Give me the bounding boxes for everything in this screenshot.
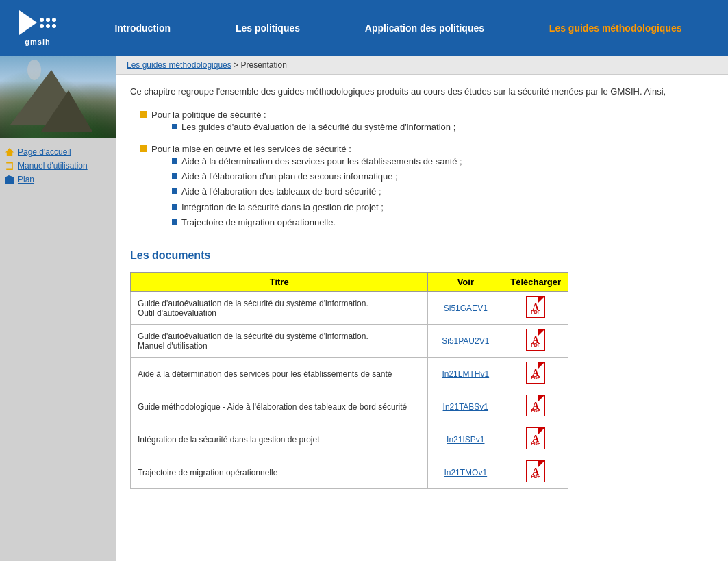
sub-text-2-1: Aide à la détermination des services pou… <box>181 155 462 168</box>
table-cell-voir[interactable]: Si51PAU2V1 <box>428 325 503 358</box>
table-row: Intégration de la sécurité dans la gesti… <box>131 423 568 456</box>
nav-politiques[interactable]: Les politiques <box>229 18 307 38</box>
table-cell-titre: Trajectoire de migration opérationnelle <box>131 456 428 489</box>
sub-text-2-4: Intégration de la sécurité dans la gesti… <box>181 201 384 214</box>
table-cell-voir[interactable]: In21TMOv1 <box>428 456 503 489</box>
table-row: Trajectoire de migration opérationnelleI… <box>131 456 568 489</box>
sub-text-2-5: Trajectoire de migration opérationnelle. <box>181 216 336 229</box>
table-cell-download[interactable]: PDF A <box>503 358 568 390</box>
sidebar-item-manuel[interactable]: Manuel d'utilisation <box>5 159 111 173</box>
table-cell-titre: Guide d'autoévaluation de la sécurité du… <box>131 325 428 358</box>
table-cell-titre: Aide à la détermination des services pou… <box>131 358 428 390</box>
voir-link[interactable]: In21ISPv1 <box>447 435 484 445</box>
pdf-download-icon[interactable]: PDF A <box>526 329 545 351</box>
sidebar-home-label: Page d'accueil <box>18 147 71 157</box>
sub-bullet-2-1: Aide à la détermination des services pou… <box>172 155 462 168</box>
bullet-item-2: Pour la mise en œuvre et les services de… <box>140 143 714 236</box>
header: gmsih Introduction Les politiques Applic… <box>0 0 728 56</box>
breadcrumb: Les guides méthodologiques > Présentatio… <box>116 56 728 75</box>
sidebar-plan-label: Plan <box>18 175 34 184</box>
voir-link[interactable]: In21TABSv1 <box>443 402 488 412</box>
sidebar-item-plan[interactable]: Plan <box>5 173 111 186</box>
sidebar-item-home[interactable]: Page d'accueil <box>5 145 111 159</box>
table-cell-titre: Intégration de la sécurité dans la gesti… <box>131 423 428 456</box>
voir-link[interactable]: In21LMTHv1 <box>442 369 489 379</box>
table-cell-download[interactable]: PDF A <box>503 456 568 489</box>
sub-list-1: Les guides d'auto évaluation de la sécur… <box>151 121 455 134</box>
sub-bullet-2-5: Trajectoire de migration opérationnelle. <box>172 216 462 229</box>
voir-link[interactable]: In21TMOv1 <box>444 468 487 477</box>
voir-link[interactable]: Si51GAEV1 <box>444 303 488 313</box>
nav-introduction[interactable]: Introduction <box>108 18 177 38</box>
breadcrumb-separator: > <box>231 60 241 70</box>
table-row: Guide d'autoévaluation de la sécurité du… <box>131 292 568 325</box>
blue-bullet-2-1 <box>172 158 177 164</box>
table-cell-titre: Guide d'autoévaluation de la sécurité du… <box>131 292 428 325</box>
voir-link[interactable]: Si51PAU2V1 <box>442 336 489 346</box>
home-icon <box>5 148 14 156</box>
blue-bullet-2-4 <box>172 204 177 210</box>
logo: gmsih <box>14 10 62 46</box>
table-cell-voir[interactable]: Si51GAEV1 <box>428 292 503 325</box>
table-row: Guide méthodologique - Aide à l'élaborat… <box>131 390 568 423</box>
main-bullet-list: Pour la politique de sécurité : Les guid… <box>130 109 714 236</box>
pdf-download-icon[interactable]: PDF A <box>526 395 545 416</box>
col-titre: Titre <box>131 273 428 292</box>
main-layout: Page d'accueil Manuel d'utilisation Plan… <box>0 56 728 561</box>
sub-bullet-1-1: Les guides d'auto évaluation de la sécur… <box>172 121 455 134</box>
table-cell-download[interactable]: PDF A <box>503 423 568 456</box>
documents-table: Titre Voir Télécharger Guide d'autoévalu… <box>130 272 568 489</box>
blue-bullet-2-2 <box>172 173 177 179</box>
col-telecharger: Télécharger <box>503 273 568 292</box>
sub-text-2-2: Aide à l'élaboration d'un plan de secour… <box>181 171 398 183</box>
content-body: Ce chapitre regroupe l'ensemble des guid… <box>116 75 728 499</box>
table-cell-voir[interactable]: In21TABSv1 <box>428 390 503 423</box>
table-cell-voir[interactable]: In21ISPv1 <box>428 423 503 456</box>
breadcrumb-link[interactable]: Les guides méthodologiques <box>127 60 231 70</box>
breadcrumb-current: Présentation <box>240 60 286 70</box>
blue-bullet-1-1 <box>172 124 177 129</box>
nav-guides[interactable]: Les guides méthodologiques <box>542 18 689 38</box>
sub-bullet-2-2: Aide à l'élaboration d'un plan de secour… <box>172 171 462 183</box>
pdf-download-icon[interactable]: PDF A <box>526 362 545 384</box>
pdf-download-icon[interactable]: PDF A <box>526 460 545 482</box>
sidebar-nav: Page d'accueil Manuel d'utilisation Plan <box>0 138 116 193</box>
section-title: Les documents <box>130 249 714 262</box>
nav-application[interactable]: Application des politiques <box>358 18 491 38</box>
blue-bullet-2-3 <box>172 188 177 194</box>
table-row: Guide d'autoévaluation de la sécurité du… <box>131 325 568 358</box>
yellow-bullet-2 <box>140 145 147 152</box>
intro-text: Ce chapitre regroupe l'ensemble des guid… <box>130 85 714 99</box>
sub-bullet-2-4: Intégration de la sécurité dans la gesti… <box>172 201 462 214</box>
table-cell-download[interactable]: PDF A <box>503 390 568 423</box>
sidebar: Page d'accueil Manuel d'utilisation Plan <box>0 56 116 561</box>
sidebar-manuel-label: Manuel d'utilisation <box>18 161 88 171</box>
content-area: Les guides méthodologiques > Présentatio… <box>116 56 728 561</box>
sub-text-1-1: Les guides d'auto évaluation de la sécur… <box>181 121 455 134</box>
plan-icon <box>5 175 14 184</box>
table-cell-titre: Guide méthodologique - Aide à l'élaborat… <box>131 390 428 423</box>
bullet-text-1: Pour la politique de sécurité : <box>151 110 266 120</box>
logo-text: gmsih <box>25 38 50 46</box>
main-nav: Introduction Les politiques Application … <box>82 18 714 38</box>
table-cell-voir[interactable]: In21LMTHv1 <box>428 358 503 390</box>
bullet-text-2: Pour la mise en œuvre et les services de… <box>151 144 351 154</box>
sidebar-image <box>0 56 116 138</box>
bullet-item-1: Pour la politique de sécurité : Les guid… <box>140 109 714 140</box>
col-voir: Voir <box>428 273 503 292</box>
blue-bullet-2-5 <box>172 219 177 225</box>
sub-bullet-2-3: Aide à l'élaboration des tableaux de bor… <box>172 186 462 198</box>
sub-text-2-3: Aide à l'élaboration des tableaux de bor… <box>181 186 381 198</box>
pdf-download-icon[interactable]: PDF A <box>526 427 545 449</box>
yellow-bullet-1 <box>140 111 147 118</box>
sub-list-2: Aide à la détermination des services pou… <box>151 155 462 229</box>
pdf-download-icon[interactable]: PDF A <box>526 296 545 318</box>
table-row: Aide à la détermination des services pou… <box>131 358 568 390</box>
table-cell-download[interactable]: PDF A <box>503 325 568 358</box>
table-cell-download[interactable]: PDF A <box>503 292 568 325</box>
book-icon <box>5 162 14 170</box>
